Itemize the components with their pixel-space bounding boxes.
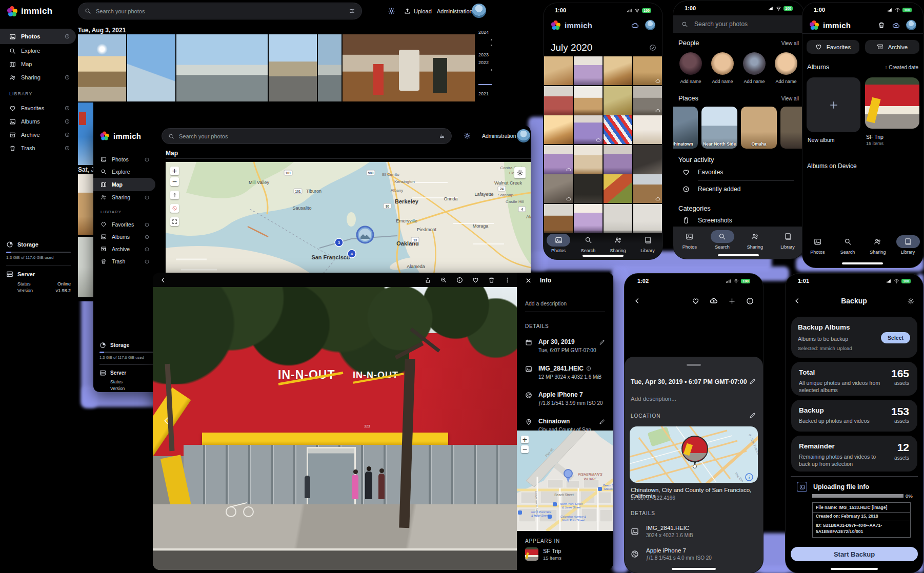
sidebar-item-trash[interactable]: Trash <box>93 255 155 268</box>
photo-tile[interactable] <box>633 174 662 203</box>
photo-tile[interactable] <box>544 56 573 85</box>
user-avatar[interactable] <box>472 4 486 18</box>
sidebar-item-photos[interactable]: Photos <box>0 29 76 44</box>
sidebar-item-photos[interactable]: Photos <box>93 153 155 166</box>
info-icon[interactable] <box>65 146 70 151</box>
map-fullscreen-button[interactable] <box>170 217 179 226</box>
sidebar-item-map[interactable]: Map <box>0 57 76 71</box>
photo-thumbnail[interactable] <box>343 34 475 101</box>
album-link-row[interactable]: SF Trip 15 items <box>525 547 561 561</box>
map-clear-filter-button[interactable] <box>170 204 179 213</box>
nav-search[interactable]: Search <box>708 230 737 250</box>
sidebar-item-albums[interactable]: Albums <box>93 231 155 243</box>
edit-pencil-icon[interactable] <box>749 412 756 419</box>
detail-row-date[interactable]: Apr 30, 2019Tue, 6:07 PM GMT-07:00 <box>525 338 605 355</box>
place-card[interactable]: Omaha <box>741 107 777 149</box>
info-icon[interactable] <box>65 132 70 137</box>
nav-sharing[interactable]: Sharing <box>863 235 892 255</box>
nav-photos[interactable]: Photos <box>803 235 832 255</box>
map-zoom-out-button[interactable]: − <box>521 445 529 453</box>
sidebar-item-trash[interactable]: Trash <box>0 141 76 155</box>
info-icon[interactable] <box>145 235 149 239</box>
scrubber-position[interactable] <box>478 84 492 85</box>
albums-sort-button[interactable]: ↑ Created date <box>885 65 918 70</box>
photo-tile[interactable] <box>604 145 632 174</box>
sidebar-item-favorites[interactable]: Favorites <box>93 218 155 231</box>
share-icon[interactable] <box>425 277 431 283</box>
photo-tile[interactable] <box>633 86 662 115</box>
sidebar-item-explore[interactable]: Explore <box>0 44 76 57</box>
close-icon[interactable] <box>525 277 532 284</box>
administration-link[interactable]: Administration <box>482 133 516 139</box>
photo-tile[interactable] <box>633 204 662 233</box>
photo-tile[interactable] <box>604 174 632 203</box>
immich-logo[interactable]: immich <box>99 131 141 141</box>
photo-thumbnail[interactable] <box>176 34 268 101</box>
user-avatar[interactable] <box>517 129 530 142</box>
info-icon[interactable] <box>65 34 70 39</box>
start-backup-button[interactable]: Start Backup <box>791 547 918 561</box>
info-minimap[interactable]: Pier 45 FISHERMAN'S WHARF Beach Street L… <box>517 431 613 531</box>
immich-logo[interactable]: immich <box>7 6 52 16</box>
sidebar-item-sharing[interactable]: Sharing <box>93 191 155 203</box>
photo-tile[interactable] <box>544 145 573 174</box>
places-view-all[interactable]: View all <box>781 96 799 101</box>
person-face[interactable]: Add name <box>679 52 702 84</box>
description-input[interactable]: Add description... <box>631 396 676 402</box>
photo-tile[interactable] <box>544 115 573 144</box>
w1-search-input[interactable]: Search your photos <box>78 3 362 19</box>
user-avatar[interactable] <box>906 20 916 30</box>
delete-icon[interactable] <box>488 277 495 283</box>
theme-toggle-icon[interactable] <box>388 7 395 15</box>
photo-innout[interactable]: IN-N-OUT IN-N-OUT 323 <box>153 287 517 570</box>
nav-photos[interactable]: Photos <box>675 230 704 250</box>
nav-search[interactable]: Search <box>574 234 602 253</box>
info-icon[interactable] <box>586 366 591 371</box>
more-options-icon[interactable] <box>504 277 511 283</box>
nav-sharing[interactable]: Sharing <box>604 234 632 253</box>
map-zoom-in-button[interactable]: + <box>521 436 529 443</box>
photo-thumbnail[interactable] <box>78 237 93 297</box>
photo-tile[interactable] <box>604 56 632 85</box>
photo-tile[interactable] <box>544 86 573 115</box>
favorite-heart-icon[interactable] <box>692 297 699 305</box>
category-screenshots[interactable]: Screenshots <box>682 217 732 224</box>
prev-photo-arrow[interactable] <box>162 416 171 425</box>
gear-icon[interactable] <box>907 297 915 305</box>
user-avatar[interactable] <box>645 20 655 30</box>
photo-tile[interactable] <box>604 204 632 233</box>
back-icon[interactable] <box>634 297 641 304</box>
back-icon[interactable] <box>794 297 801 304</box>
upload-button[interactable]: Upload <box>404 8 432 14</box>
photo-thumbnail[interactable] <box>127 34 175 101</box>
nav-library[interactable]: Library <box>894 235 922 255</box>
w2-search-input[interactable]: Search your photos <box>162 128 452 144</box>
photo-tile[interactable] <box>574 86 602 115</box>
info-icon[interactable] <box>145 222 149 227</box>
info-icon[interactable] <box>145 157 149 162</box>
photo-tile[interactable] <box>604 115 632 144</box>
photo-thumbnail[interactable] <box>269 34 317 101</box>
nav-library[interactable]: Library <box>773 230 802 250</box>
people-view-all[interactable]: View all <box>781 40 799 46</box>
info-icon[interactable] <box>746 297 754 305</box>
location-map-card[interactable]: d - San Francisco Ferry B The Em i <box>630 426 758 483</box>
new-album-card[interactable] <box>807 77 860 132</box>
cloud-sync-icon[interactable] <box>631 22 639 29</box>
info-icon[interactable] <box>65 119 70 124</box>
select-all-check-icon[interactable] <box>649 44 656 51</box>
photo-tile[interactable] <box>633 145 662 174</box>
person-face[interactable]: Add name <box>711 52 734 84</box>
sidebar-item-explore[interactable]: Explore <box>93 166 155 178</box>
search-filter-icon[interactable] <box>439 133 445 139</box>
select-button[interactable]: Select <box>881 332 910 343</box>
administration-link[interactable]: Administration <box>437 8 473 14</box>
place-card[interactable] <box>780 107 804 149</box>
timeline-scrubber[interactable]: 2024 2023 2022 2021 <box>478 30 494 96</box>
cloud-upload-icon[interactable] <box>710 297 718 305</box>
nav-sharing[interactable]: Sharing <box>740 230 769 250</box>
map-settings-gear-icon[interactable] <box>514 167 526 178</box>
photo-dark-area[interactable] <box>625 310 763 357</box>
map-zoom-in-button[interactable]: + <box>170 167 179 175</box>
edit-pencil-icon[interactable] <box>599 419 605 425</box>
